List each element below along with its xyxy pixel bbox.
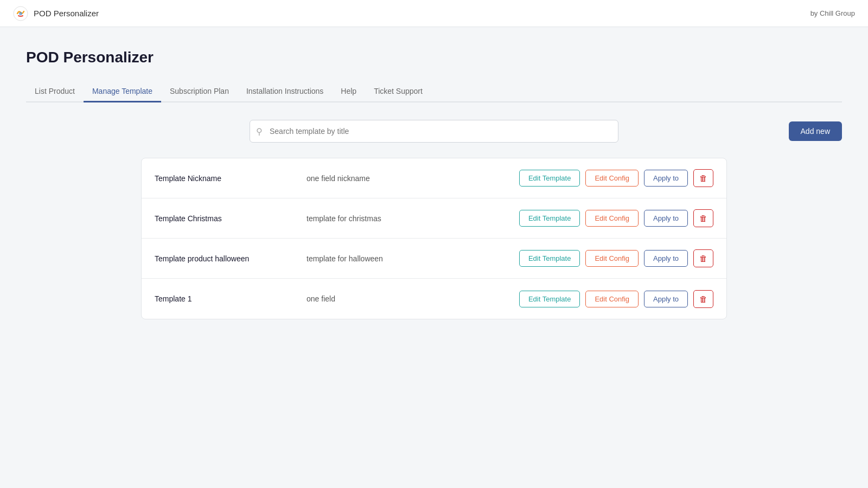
apply-button-1[interactable]: Apply to: [644, 170, 688, 187]
topbar-title: POD Personalizer: [34, 9, 99, 18]
table-row: Template product halloween template for …: [142, 239, 726, 279]
template-actions-3: Edit Template Edit Config Apply to 🗑: [519, 249, 713, 267]
template-actions-2: Edit Template Edit Config Apply to 🗑: [519, 209, 713, 227]
tab-list-product[interactable]: List Product: [26, 81, 84, 102]
apply-button-4[interactable]: Apply to: [644, 291, 688, 307]
topbar-by-label: by Chill Group: [810, 9, 855, 17]
template-actions-4: Edit Template Edit Config Apply to 🗑: [519, 290, 713, 308]
search-wrapper: ⚲: [250, 120, 618, 143]
edit-config-button-2[interactable]: Edit Config: [585, 210, 639, 227]
tab-manage-template[interactable]: Manage Template: [84, 81, 161, 102]
edit-template-button-4[interactable]: Edit Template: [519, 291, 580, 307]
tab-subscription-plan[interactable]: Subscription Plan: [161, 81, 238, 102]
topbar-left: POD Personalizer: [13, 6, 99, 21]
search-icon: ⚲: [256, 126, 263, 137]
edit-template-button-1[interactable]: Edit Template: [519, 170, 580, 187]
template-table: Template Nickname one field nickname Edi…: [141, 158, 727, 319]
tab-help[interactable]: Help: [332, 81, 365, 102]
template-desc-2: template for christmas: [307, 214, 519, 223]
table-row: Template Christmas template for christma…: [142, 198, 726, 239]
template-desc-3: template for halloween: [307, 254, 519, 263]
trash-icon: 🗑: [699, 254, 707, 263]
trash-icon: 🗑: [699, 214, 707, 223]
edit-template-button-2[interactable]: Edit Template: [519, 210, 580, 227]
page-title: POD Personalizer: [26, 49, 842, 66]
app-logo: [13, 6, 28, 21]
delete-button-1[interactable]: 🗑: [693, 169, 713, 187]
template-name-3: Template product halloween: [155, 254, 307, 263]
svg-point-1: [19, 12, 22, 15]
search-input[interactable]: [250, 120, 618, 143]
edit-template-button-3[interactable]: Edit Template: [519, 250, 580, 267]
tabs-nav: List Product Manage Template Subscriptio…: [26, 81, 842, 102]
apply-button-2[interactable]: Apply to: [644, 210, 688, 227]
trash-icon: 🗑: [699, 174, 707, 183]
edit-config-button-4[interactable]: Edit Config: [585, 291, 639, 307]
delete-button-4[interactable]: 🗑: [693, 290, 713, 308]
table-row: Template Nickname one field nickname Edi…: [142, 158, 726, 198]
add-new-button[interactable]: Add new: [789, 121, 842, 141]
template-name-2: Template Christmas: [155, 214, 307, 223]
edit-config-button-3[interactable]: Edit Config: [585, 250, 639, 267]
main-content: POD Personalizer List Product Manage Tem…: [0, 27, 868, 341]
template-desc-1: one field nickname: [307, 174, 519, 183]
template-name-1: Template Nickname: [155, 174, 307, 183]
delete-button-3[interactable]: 🗑: [693, 249, 713, 267]
toolbar: ⚲ Add new: [26, 120, 842, 143]
template-desc-4: one field: [307, 294, 519, 303]
delete-button-2[interactable]: 🗑: [693, 209, 713, 227]
template-name-4: Template 1: [155, 294, 307, 303]
table-row: Template 1 one field Edit Template Edit …: [142, 279, 726, 319]
edit-config-button-1[interactable]: Edit Config: [585, 170, 639, 187]
topbar: POD Personalizer by Chill Group: [0, 0, 868, 27]
tab-installation-instructions[interactable]: Installation Instructions: [238, 81, 332, 102]
tab-ticket-support[interactable]: Ticket Support: [365, 81, 431, 102]
trash-icon: 🗑: [699, 294, 707, 304]
apply-button-3[interactable]: Apply to: [644, 250, 688, 267]
template-actions-1: Edit Template Edit Config Apply to 🗑: [519, 169, 713, 187]
